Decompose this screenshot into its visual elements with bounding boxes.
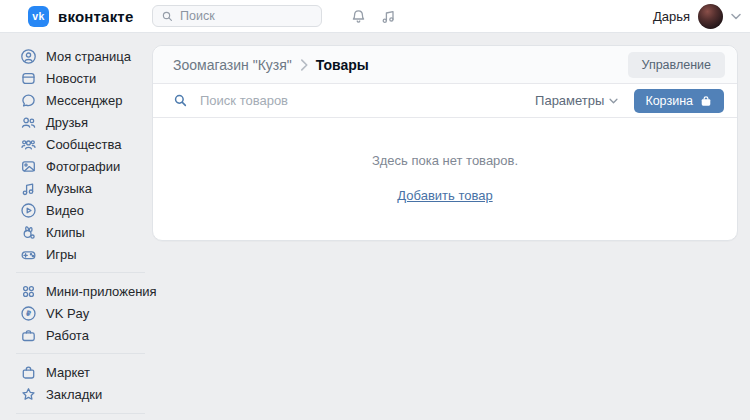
cart-button-label: Корзина bbox=[645, 94, 693, 108]
products-toolbar: Параметры Корзина bbox=[153, 84, 737, 118]
card-header: Зоомагазин "Кузя" Товары Управление bbox=[153, 46, 737, 84]
sidebar-item-clips[interactable]: Клипы bbox=[0, 221, 152, 243]
sidebar-item-news[interactable]: Новости bbox=[0, 67, 152, 89]
chevron-down-icon bbox=[731, 13, 741, 20]
svg-text:₽: ₽ bbox=[26, 309, 31, 318]
shopping-bag-icon bbox=[699, 94, 713, 108]
sidebar-item-label: Моя страница bbox=[46, 49, 131, 64]
sidebar-item-label: Мессенджер bbox=[46, 93, 122, 108]
products-search-input[interactable] bbox=[200, 93, 527, 108]
sidebar-item-label: Новости bbox=[46, 71, 96, 86]
sidebar-item-market[interactable]: Маркет bbox=[0, 361, 152, 383]
miniapps-icon bbox=[20, 283, 37, 300]
messenger-icon bbox=[20, 92, 37, 109]
sidebar-item-friends[interactable]: Друзья bbox=[0, 111, 152, 133]
search-icon bbox=[173, 93, 188, 108]
sidebar-item-photos[interactable]: Фотографии bbox=[0, 155, 152, 177]
vk-logo-text: вконтакте bbox=[58, 8, 133, 25]
parameters-dropdown[interactable]: Параметры bbox=[535, 93, 618, 108]
avatar bbox=[698, 4, 723, 29]
add-product-link[interactable]: Добавить товар bbox=[397, 188, 492, 203]
vk-logo-icon: vk bbox=[28, 6, 49, 27]
music-icon bbox=[20, 180, 37, 197]
parameters-label: Параметры bbox=[535, 93, 604, 108]
chevron-down-icon bbox=[609, 98, 618, 104]
vk-logo[interactable]: vk вконтакте bbox=[28, 6, 133, 27]
top-navigation-bar: vk вконтакте Дарья bbox=[0, 0, 750, 33]
bell-icon[interactable] bbox=[350, 8, 367, 25]
global-search[interactable] bbox=[152, 5, 322, 27]
music-icon[interactable] bbox=[380, 8, 397, 25]
news-icon bbox=[20, 70, 37, 87]
profile-icon bbox=[20, 48, 37, 65]
sidebar-item-my-page[interactable]: Моя страница bbox=[0, 45, 152, 67]
sidebar-item-label: Друзья bbox=[46, 115, 88, 130]
sidebar-item-label: Фотографии bbox=[46, 159, 120, 174]
sidebar-item-label: Сообщества bbox=[46, 137, 122, 152]
sidebar-divider bbox=[16, 272, 145, 273]
work-icon bbox=[20, 327, 37, 344]
sidebar-item-miniapps[interactable]: Мини-приложения bbox=[0, 280, 152, 302]
empty-state: Здесь пока нет товаров. Добавить товар bbox=[153, 118, 737, 240]
market-icon bbox=[20, 364, 37, 381]
vk-app-screen: vk вконтакте Дарья Мо bbox=[0, 0, 750, 420]
user-menu[interactable]: Дарья bbox=[653, 0, 741, 33]
sidebar-item-label: Видео bbox=[46, 203, 84, 218]
sidebar-item-label: Игры bbox=[46, 247, 77, 262]
breadcrumb-current-page: Товары bbox=[316, 57, 369, 73]
products-card: Зоомагазин "Кузя" Товары Управление Пара… bbox=[152, 45, 738, 241]
cart-button[interactable]: Корзина bbox=[634, 89, 724, 113]
communities-icon bbox=[20, 136, 37, 153]
vkpay-icon: ₽ bbox=[20, 305, 37, 322]
bookmarks-icon bbox=[20, 386, 37, 403]
video-icon bbox=[20, 202, 37, 219]
search-icon bbox=[161, 10, 174, 23]
sidebar-item-label: Работа bbox=[46, 328, 89, 343]
games-icon bbox=[20, 246, 37, 263]
photos-icon bbox=[20, 158, 37, 175]
sidebar-item-video[interactable]: Видео bbox=[0, 199, 152, 221]
sidebar-item-messenger[interactable]: Мессенджер bbox=[0, 89, 152, 111]
sidebar-divider bbox=[16, 353, 145, 354]
chevron-right-icon bbox=[300, 59, 308, 71]
clips-icon bbox=[20, 224, 37, 241]
breadcrumb-shop-link[interactable]: Зоомагазин "Кузя" bbox=[173, 57, 292, 73]
sidebar-item-work[interactable]: Работа bbox=[0, 324, 152, 346]
sidebar-item-bookmarks[interactable]: Закладки bbox=[0, 383, 152, 405]
empty-state-message: Здесь пока нет товаров. bbox=[153, 153, 737, 168]
sidebar-item-communities[interactable]: Сообщества bbox=[0, 133, 152, 155]
global-search-input[interactable] bbox=[180, 9, 313, 23]
sidebar-item-games[interactable]: Игры bbox=[0, 243, 152, 265]
sidebar-navigation: Моя страница Новости Мессенджер Друзья С bbox=[0, 33, 152, 420]
user-name: Дарья bbox=[653, 9, 690, 24]
sidebar-item-vkpay[interactable]: ₽ VK Pay bbox=[0, 302, 152, 324]
friends-icon bbox=[20, 114, 37, 131]
sidebar-item-label: VK Pay bbox=[46, 306, 89, 321]
sidebar-item-music[interactable]: Музыка bbox=[0, 177, 152, 199]
sidebar-item-label: Мини-приложения bbox=[46, 284, 157, 299]
sidebar-item-label: Клипы bbox=[46, 225, 85, 240]
manage-button[interactable]: Управление bbox=[628, 52, 726, 78]
sidebar-item-label: Маркет bbox=[46, 365, 90, 380]
sidebar-item-label: Музыка bbox=[46, 181, 92, 196]
sidebar-divider bbox=[16, 413, 145, 414]
sidebar-item-label: Закладки bbox=[46, 387, 102, 402]
